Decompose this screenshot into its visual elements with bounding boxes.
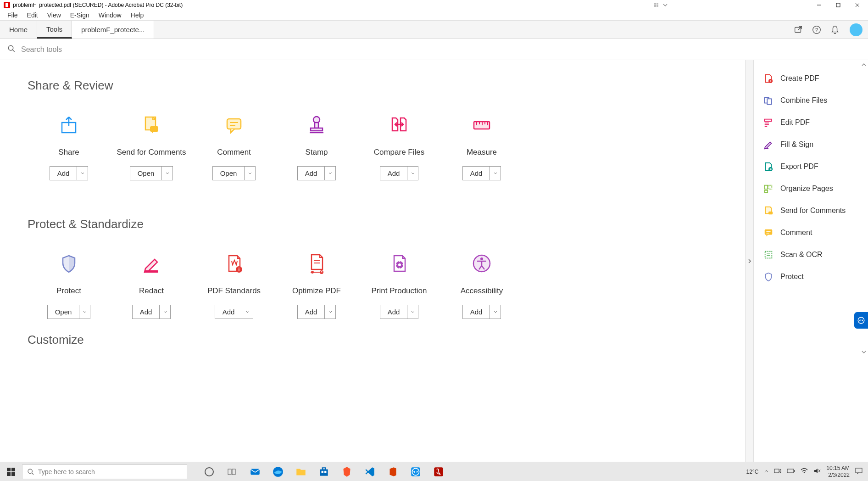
tool-dropdown-button[interactable] [490, 166, 501, 180]
rp-item-organize[interactable]: Organize Pages [754, 178, 868, 200]
taskbar-acrobat[interactable] [428, 462, 449, 481]
taskbar-cortana[interactable] [199, 462, 219, 481]
rp-label: Edit PDF [780, 118, 810, 127]
rp-item-send-comments-sm[interactable]: Send for Comments [754, 200, 868, 222]
rp-item-create-pdf[interactable]: +Create PDF [754, 67, 868, 89]
tool-card-stamp[interactable]: Stamp Add [275, 111, 358, 180]
tab-tools[interactable]: Tools [37, 21, 72, 39]
taskbar-mail[interactable] [245, 462, 265, 481]
tool-dropdown-button[interactable] [160, 305, 171, 319]
start-button[interactable] [0, 462, 22, 481]
svg-rect-15 [227, 119, 241, 129]
svg-rect-82 [774, 469, 779, 473]
tray-meet-now-icon[interactable] [774, 468, 781, 475]
tool-dropdown-button[interactable] [162, 166, 173, 180]
tool-card-comment[interactable]: Comment Open [193, 111, 275, 180]
teamviewer-side-widget[interactable] [854, 312, 868, 329]
tool-dropdown-button[interactable] [490, 305, 501, 319]
menu-help[interactable]: Help [126, 11, 149, 20]
menu-file[interactable]: File [3, 11, 22, 20]
rp-label: Export PDF [780, 162, 818, 171]
search-input[interactable] [21, 45, 861, 54]
grid-widget-icon[interactable] [654, 3, 668, 7]
close-button[interactable] [853, 1, 862, 9]
tool-card-measure[interactable]: Measure Add [440, 111, 523, 180]
share-action-icon[interactable] [789, 21, 807, 39]
tool-add-button[interactable]: Add [462, 305, 490, 319]
tool-add-button[interactable]: Add [215, 305, 243, 319]
tool-add-button[interactable]: Add [380, 166, 408, 180]
scroll-down-arrow[interactable] [861, 349, 867, 355]
taskbar-office[interactable] [383, 462, 403, 481]
menu-edit[interactable]: Edit [22, 11, 43, 20]
tool-add-button[interactable]: Add [50, 166, 78, 180]
minimize-button[interactable] [815, 1, 823, 9]
tool-add-button[interactable]: Add [132, 305, 160, 319]
rp-item-comment-sm[interactable]: Comment [754, 222, 868, 244]
tray-volume-icon[interactable] [813, 468, 821, 475]
tool-card-share[interactable]: Share Add [28, 111, 110, 180]
tray-action-center-icon[interactable] [855, 468, 862, 475]
menu-esign[interactable]: E-Sign [66, 11, 94, 20]
user-avatar[interactable] [850, 23, 862, 36]
tool-add-button[interactable]: Add [297, 166, 325, 180]
weather-temp[interactable]: 12°C [746, 469, 758, 475]
rp-item-export-pdf[interactable]: Export PDF [754, 156, 868, 178]
tool-card-optimize[interactable]: Optimize PDF Add [275, 250, 358, 319]
tool-dropdown-button[interactable] [245, 166, 256, 180]
help-icon[interactable]: ? [807, 21, 826, 39]
taskbar-edge[interactable] [268, 462, 288, 481]
tray-chevron-up-icon[interactable] [764, 469, 768, 475]
maximize-button[interactable] [834, 1, 842, 9]
menu-window[interactable]: Window [94, 11, 126, 20]
tool-dropdown-button[interactable] [407, 166, 418, 180]
svg-rect-14 [150, 126, 158, 132]
tool-add-button[interactable]: Add [380, 305, 408, 319]
tool-dropdown-button[interactable] [79, 305, 90, 319]
tool-dropdown-button[interactable] [77, 166, 88, 180]
rp-item-fill-sign[interactable]: Fill & Sign [754, 134, 868, 156]
tool-card-compare[interactable]: Compare Files Add [358, 111, 440, 180]
tool-add-button[interactable]: Add [462, 166, 490, 180]
rp-item-edit-pdf[interactable]: Edit PDF [754, 112, 868, 134]
tool-dropdown-button[interactable] [325, 166, 336, 180]
taskbar-explorer[interactable] [291, 462, 311, 481]
svg-rect-67 [11, 472, 15, 476]
tool-card-send-comments[interactable]: Send for Comments Open [110, 111, 193, 180]
tab-home[interactable]: Home [0, 21, 37, 39]
rp-item-protect-sm[interactable]: Protect [754, 266, 868, 288]
tool-dropdown-button[interactable] [242, 305, 253, 319]
tool-add-button[interactable]: Add [297, 305, 325, 319]
rp-item-combine[interactable]: Combine Files [754, 89, 868, 112]
tray-battery-icon[interactable] [787, 468, 795, 475]
taskbar-vscode[interactable] [360, 462, 380, 481]
tray-wifi-icon[interactable] [801, 468, 808, 475]
tool-open-button[interactable]: Open [47, 305, 80, 319]
tab-document[interactable]: problemF_protecte... [72, 21, 154, 39]
tool-card-print-production[interactable]: Print Production Add [358, 250, 440, 319]
taskbar-brave[interactable] [337, 462, 357, 481]
search-icon [7, 45, 16, 55]
section-title: Customize [28, 333, 718, 347]
tool-dropdown-button[interactable] [325, 305, 336, 319]
taskbar-teamviewer[interactable] [406, 462, 426, 481]
rp-item-scan-ocr[interactable]: Scan & OCR [754, 244, 868, 266]
tool-label: Optimize PDF [292, 286, 341, 296]
tool-card-redact[interactable]: Redact Add [110, 250, 193, 319]
taskbar-task-view[interactable] [222, 462, 242, 481]
tool-card-pdf-standards[interactable]: i PDF Standards Add [193, 250, 275, 319]
collapse-panel-button[interactable] [745, 60, 753, 462]
tool-card-accessibility[interactable]: Accessibility Add [440, 250, 523, 319]
comment-sm-icon [763, 227, 774, 238]
tool-open-button[interactable]: Open [212, 166, 245, 180]
tool-dropdown-button[interactable] [407, 305, 418, 319]
taskbar-search-input[interactable] [38, 468, 182, 475]
tool-open-button[interactable]: Open [130, 166, 162, 180]
menu-view[interactable]: View [43, 11, 66, 20]
notifications-icon[interactable] [826, 21, 844, 39]
scroll-up-arrow[interactable] [861, 62, 867, 68]
tool-card-protect[interactable]: Protect Open [28, 250, 110, 319]
tray-datetime[interactable]: 10:15 AM 2/3/2022 [826, 465, 850, 478]
taskbar-search[interactable] [22, 464, 187, 479]
taskbar-store[interactable] [314, 462, 334, 481]
